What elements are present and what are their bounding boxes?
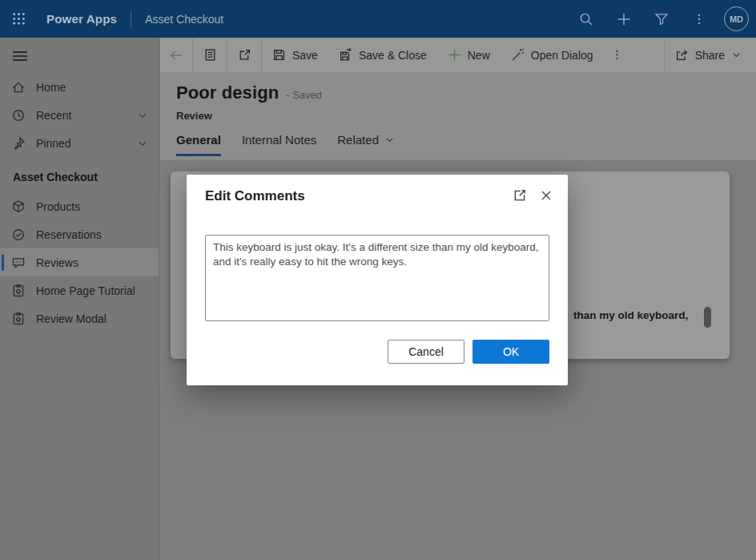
new-plus-icon <box>448 48 461 62</box>
sidebar-item-review-modal[interactable]: Review Modal <box>0 304 159 332</box>
dialog-title: Edit Comments <box>205 188 305 204</box>
filter-icon <box>654 12 669 26</box>
entity-name: Review <box>176 110 212 122</box>
close-dialog-button[interactable] <box>537 186 556 205</box>
sidebar-item-label: Recent <box>36 109 71 122</box>
hamburger-icon <box>12 50 28 62</box>
command-bar: Save Save & Close New Open Dialog <box>160 38 756 72</box>
save-icon <box>272 48 286 62</box>
tab-internal-notes[interactable]: Internal Notes <box>242 133 316 156</box>
topbar-divider <box>131 10 131 28</box>
chevron-down-icon <box>731 50 742 60</box>
sitemap-sidebar: Home Recent Pinned Asset C <box>0 38 159 560</box>
search-icon <box>579 12 593 26</box>
pin-icon <box>11 136 26 151</box>
selected-indicator <box>2 254 4 271</box>
comments-field-visible-text: than my old keyboard, <box>573 309 688 321</box>
check-circle-icon <box>11 228 26 242</box>
expand-dialog-button[interactable] <box>510 186 529 205</box>
sidebar-item-label: Pinned <box>36 137 71 150</box>
sidebar-item-recent[interactable]: Recent <box>0 101 159 129</box>
waffle-menu-button[interactable] <box>0 0 38 38</box>
avatar-initials: MD <box>730 14 743 24</box>
clock-icon <box>11 108 26 123</box>
topbar-actions: MD <box>567 0 756 38</box>
sidebar-item-label: Products <box>36 200 80 213</box>
share-icon <box>675 48 689 62</box>
cancel-button[interactable]: Cancel <box>388 340 464 364</box>
search-button[interactable] <box>567 0 605 38</box>
chevron-down-icon[interactable] <box>137 138 148 149</box>
app-name[interactable]: Asset Checkout <box>145 13 223 26</box>
tab-label: Related <box>337 133 379 147</box>
user-avatar[interactable]: MD <box>724 6 749 31</box>
share-button[interactable]: Share <box>665 38 756 72</box>
cube-icon <box>11 199 26 214</box>
ok-button[interactable]: OK <box>472 340 549 364</box>
page-title: Poor design <box>176 83 279 103</box>
chevron-down-icon[interactable] <box>137 110 148 121</box>
sidebar-nav: Home Recent Pinned Asset C <box>0 73 159 332</box>
sidebar-item-pinned[interactable]: Pinned <box>0 129 159 157</box>
open-in-new-window-button[interactable] <box>227 38 261 72</box>
share-button-label: Share <box>695 49 725 62</box>
expand-icon <box>513 188 527 203</box>
home-icon <box>11 80 26 95</box>
sidebar-item-home-page-tutorial[interactable]: Home Page Tutorial <box>0 276 159 304</box>
show-as-form-button[interactable] <box>193 38 227 72</box>
new-button[interactable]: New <box>437 38 501 72</box>
commandbar-overflow-button[interactable] <box>604 38 631 72</box>
chevron-down-icon <box>384 135 395 145</box>
save-status: - Saved <box>286 89 322 101</box>
custom-page-icon <box>11 312 26 326</box>
tab-related[interactable]: Related <box>337 133 395 156</box>
custom-page-icon <box>11 284 26 298</box>
sidebar-section-title: Asset Checkout <box>0 161 159 192</box>
open-dialog-button[interactable]: Open Dialog <box>501 38 604 72</box>
sidebar-item-label: Home Page Tutorial <box>36 284 135 297</box>
save-close-icon <box>339 48 352 62</box>
form-tabs: General Internal Notes Related <box>176 133 395 156</box>
save-close-button-label: Save & Close <box>359 49 427 62</box>
top-app-bar: Power Apps Asset Checkout <box>0 0 756 38</box>
vertical-ellipsis-icon <box>693 13 706 26</box>
popout-icon <box>238 48 251 62</box>
save-button[interactable]: Save <box>262 38 328 72</box>
dialog-footer: Cancel OK <box>388 340 549 364</box>
close-icon <box>540 189 553 202</box>
form-header: Poor design - Saved Review General Inter… <box>160 72 756 160</box>
dialog-header-actions <box>510 186 556 205</box>
vertical-ellipsis-icon <box>611 49 623 61</box>
form-icon <box>203 48 217 62</box>
sidebar-item-label: Reservations <box>36 228 102 241</box>
filter-button[interactable] <box>642 0 680 38</box>
collapse-sidebar-button[interactable] <box>10 46 30 66</box>
chat-bubble-icon <box>11 256 26 270</box>
sidebar-item-label: Home <box>36 81 66 94</box>
record-title-row: Poor design - Saved <box>176 83 322 103</box>
power-apps-window: Power Apps Asset Checkout <box>0 0 756 560</box>
sidebar-item-label: Review Modal <box>36 312 107 325</box>
tab-general[interactable]: General <box>176 133 221 156</box>
sidebar-item-label: Reviews <box>36 256 78 269</box>
brand-title: Power Apps <box>46 12 117 26</box>
save-button-label: Save <box>292 49 318 62</box>
sidebar-item-home[interactable]: Home <box>0 73 159 101</box>
open-dialog-button-label: Open Dialog <box>531 49 593 62</box>
settings-more-button[interactable] <box>680 0 718 38</box>
save-and-close-button[interactable]: Save & Close <box>328 38 437 72</box>
comments-textarea[interactable]: This keyboard is just okay. It's a diffe… <box>205 235 549 321</box>
sidebar-item-reviews[interactable]: Reviews <box>0 248 159 276</box>
waffle-icon <box>12 12 26 26</box>
plus-icon <box>617 12 631 26</box>
magic-wand-icon <box>511 48 525 62</box>
sidebar-item-reservations[interactable]: Reservations <box>0 220 159 248</box>
tab-label: Internal Notes <box>242 133 316 147</box>
tab-label: General <box>176 133 221 147</box>
back-arrow-icon <box>169 48 183 62</box>
back-button[interactable] <box>160 38 192 72</box>
sidebar-item-products[interactable]: Products <box>0 192 159 220</box>
new-button-label: New <box>468 49 490 62</box>
quick-create-button[interactable] <box>605 0 642 38</box>
field-scrollbar-thumb[interactable] <box>704 307 711 328</box>
